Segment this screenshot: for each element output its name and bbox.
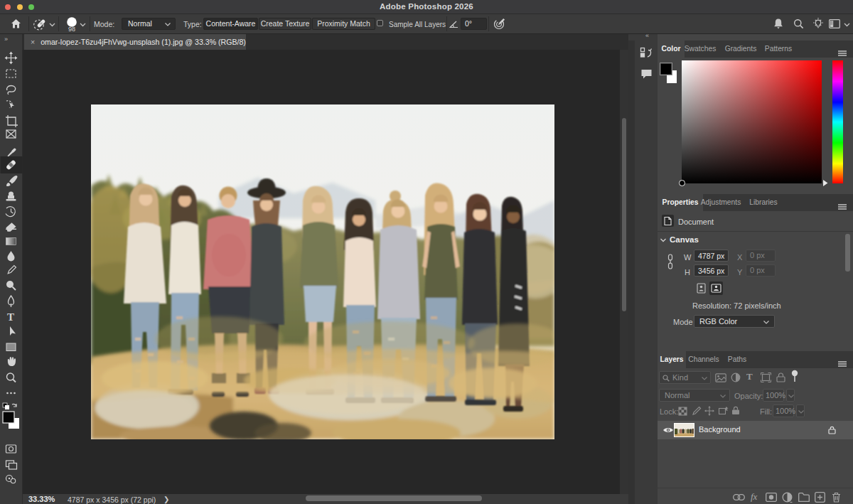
svg-text:T: T [7, 311, 14, 323]
svg-text:»: » [4, 36, 8, 43]
